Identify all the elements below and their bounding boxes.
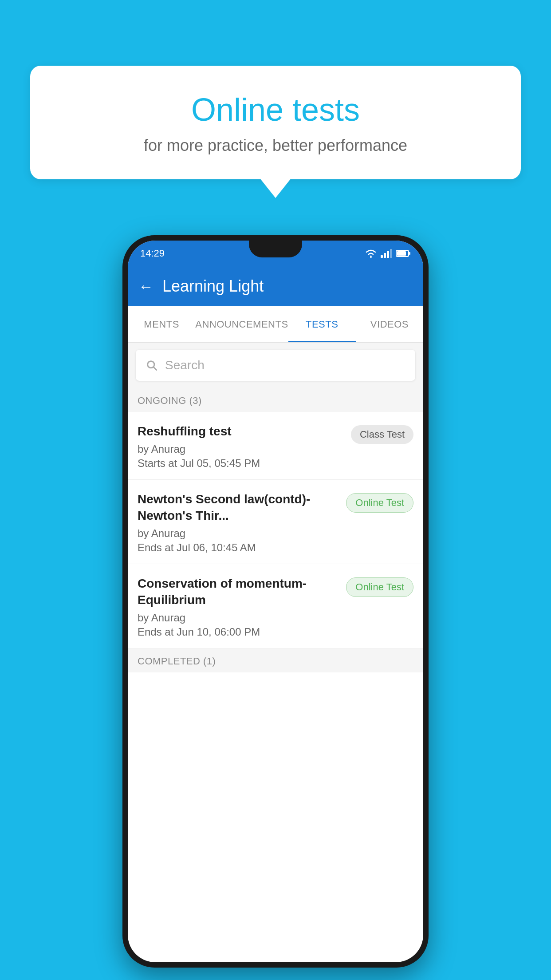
test-time-1: Starts at Jul 05, 05:45 PM	[138, 457, 344, 470]
speech-bubble-container: Online tests for more practice, better p…	[30, 66, 521, 179]
test-time-3: Ends at Jun 10, 06:00 PM	[138, 626, 339, 638]
bubble-subtitle: for more practice, better performance	[52, 136, 499, 155]
test-badge-1: Class Test	[351, 425, 413, 444]
status-bar: 14:29	[128, 241, 423, 266]
test-badge-2: Online Test	[346, 493, 413, 513]
svg-rect-3	[387, 251, 389, 258]
speech-bubble: Online tests for more practice, better p…	[30, 66, 521, 179]
test-time-2: Ends at Jul 06, 10:45 AM	[138, 541, 339, 554]
phone-inner: 14:29	[128, 241, 423, 962]
test-info-2: Newton's Second law(contd)-Newton's Thir…	[138, 491, 346, 554]
tab-announcements[interactable]: ANNOUNCEMENTS	[195, 306, 288, 342]
svg-rect-7	[409, 252, 410, 255]
app-bar: ← Learning Light	[128, 266, 423, 306]
signal-icon	[381, 249, 392, 258]
tab-videos[interactable]: VIDEOS	[356, 306, 423, 342]
status-icons	[365, 249, 411, 258]
completed-label: COMPLETED (1)	[138, 656, 216, 667]
svg-point-0	[370, 256, 372, 258]
test-name-3: Conservation of momentum-Equilibrium	[138, 576, 339, 608]
bubble-title: Online tests	[52, 92, 499, 127]
search-input-placeholder: Search	[165, 358, 205, 372]
test-item-1[interactable]: Reshuffling test by Anurag Starts at Jul…	[128, 412, 423, 480]
svg-line-9	[153, 367, 156, 370]
app-bar-title: Learning Light	[162, 277, 264, 296]
search-icon	[146, 359, 158, 371]
tab-tests[interactable]: TESTS	[288, 306, 356, 342]
test-name-2: Newton's Second law(contd)-Newton's Thir…	[138, 491, 339, 524]
search-bar-container: Search	[128, 343, 423, 388]
svg-rect-2	[384, 253, 386, 258]
search-bar[interactable]: Search	[136, 350, 415, 381]
test-name-1: Reshuffling test	[138, 423, 344, 439]
test-list: Reshuffling test by Anurag Starts at Jul…	[128, 412, 423, 648]
svg-rect-6	[397, 251, 406, 256]
test-author-3: by Anurag	[138, 612, 339, 624]
tab-ments[interactable]: MENTS	[128, 306, 195, 342]
test-info-3: Conservation of momentum-Equilibrium by …	[138, 576, 346, 638]
tabs-bar: MENTS ANNOUNCEMENTS TESTS VIDEOS	[128, 306, 423, 343]
test-author-1: by Anurag	[138, 443, 344, 455]
test-item-3[interactable]: Conservation of momentum-Equilibrium by …	[128, 564, 423, 648]
battery-icon	[396, 249, 411, 257]
test-item-2[interactable]: Newton's Second law(contd)-Newton's Thir…	[128, 480, 423, 564]
status-time: 14:29	[140, 248, 165, 259]
test-author-2: by Anurag	[138, 527, 339, 540]
svg-rect-4	[390, 249, 392, 258]
test-badge-3: Online Test	[346, 577, 413, 597]
ongoing-section-header: ONGOING (3)	[128, 388, 423, 412]
notch	[249, 241, 302, 257]
completed-section-header: COMPLETED (1)	[128, 648, 423, 672]
phone-frame: 14:29	[122, 235, 429, 968]
ongoing-label: ONGOING (3)	[138, 395, 202, 406]
wifi-icon	[365, 249, 377, 258]
test-info-1: Reshuffling test by Anurag Starts at Jul…	[138, 423, 351, 470]
svg-rect-1	[381, 255, 383, 258]
back-button[interactable]: ←	[138, 278, 153, 295]
